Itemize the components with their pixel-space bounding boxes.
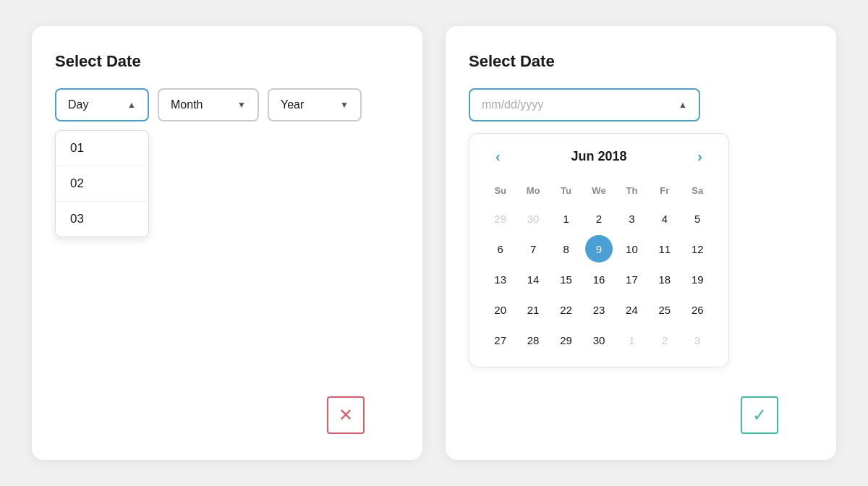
- calendar-date-cell[interactable]: 20: [487, 296, 514, 323]
- year-arrow-icon: ▼: [340, 100, 349, 110]
- calendar-day-header: Th: [616, 181, 648, 203]
- calendar-date-cell[interactable]: 6: [487, 235, 514, 263]
- calendar-date-cell[interactable]: 16: [585, 265, 613, 293]
- month-arrow-icon: ▼: [237, 100, 246, 110]
- calendar-month-year: Jun 2018: [571, 149, 626, 164]
- calendar-date-cell[interactable]: 12: [684, 235, 711, 263]
- month-label: Month: [171, 98, 203, 111]
- calendar-date-cell[interactable]: 10: [618, 235, 645, 263]
- right-panel: Select Date mm/dd/yyyy ▲ ‹ Jun 2018 › Su…: [446, 26, 836, 460]
- calendar-date-cell: 1: [618, 326, 645, 354]
- calendar-date-cell[interactable]: 21: [519, 296, 547, 323]
- calendar-day-header: Mo: [516, 181, 549, 203]
- check-icon: ✓: [752, 405, 767, 425]
- calendar-date-cell[interactable]: 3: [618, 205, 645, 232]
- calendar-header: ‹ Jun 2018 ›: [484, 145, 714, 168]
- check-button[interactable]: ✓: [741, 396, 778, 434]
- calendar-date-cell[interactable]: 13: [487, 265, 514, 293]
- year-selector[interactable]: Year ▼: [268, 88, 362, 122]
- year-label: Year: [281, 98, 304, 111]
- selectors-row: Day ▲ Month ▼ Year ▼: [55, 88, 362, 122]
- left-panel: Select Date Day ▲ Month ▼ Year ▼ 01 02 0…: [32, 26, 422, 460]
- left-panel-title: Select Date: [55, 52, 141, 71]
- list-item[interactable]: 01: [56, 131, 148, 166]
- calendar-date-cell[interactable]: 11: [651, 235, 678, 263]
- calendar-date-cell[interactable]: 4: [651, 205, 678, 232]
- right-panel-title: Select Date: [469, 52, 555, 71]
- calendar-day-header: Fr: [648, 181, 681, 203]
- day-selector[interactable]: Day ▲: [55, 88, 149, 122]
- calendar-date-cell[interactable]: 23: [585, 296, 613, 323]
- calendar-date-cell[interactable]: 5: [684, 205, 711, 232]
- day-dropdown: 01 02 03: [55, 130, 149, 237]
- calendar-date-cell[interactable]: 26: [684, 296, 711, 323]
- calendar-date-cell[interactable]: 1: [553, 205, 580, 232]
- close-icon: ✕: [339, 405, 353, 425]
- calendar-date-cell: 3: [684, 326, 711, 354]
- date-input-row[interactable]: mm/dd/yyyy ▲: [469, 88, 700, 122]
- close-button[interactable]: ✕: [327, 396, 365, 434]
- calendar-date-cell[interactable]: 18: [651, 265, 678, 293]
- calendar-day-header: Tu: [550, 181, 582, 203]
- calendar-date-cell[interactable]: 24: [618, 296, 645, 323]
- calendar: ‹ Jun 2018 › SuMoTuWeThFrSa2930123456789…: [469, 133, 729, 367]
- date-input-placeholder: mm/dd/yyyy: [482, 98, 543, 111]
- day-label: Day: [68, 98, 88, 111]
- calendar-date-cell: 2: [651, 326, 678, 354]
- next-month-button[interactable]: ›: [692, 145, 708, 168]
- calendar-date-cell[interactable]: 14: [519, 265, 547, 293]
- calendar-date-cell[interactable]: 27: [487, 326, 514, 354]
- list-item[interactable]: 03: [56, 202, 148, 236]
- calendar-date-cell[interactable]: 19: [684, 265, 711, 293]
- calendar-date-cell[interactable]: 2: [585, 205, 613, 232]
- calendar-date-cell[interactable]: 28: [519, 326, 547, 354]
- calendar-date-cell: 29: [487, 205, 514, 232]
- calendar-date-cell: 30: [519, 205, 547, 232]
- day-arrow-icon: ▲: [127, 100, 136, 110]
- calendar-date-cell[interactable]: 29: [553, 326, 580, 354]
- calendar-day-header: Sa: [681, 181, 714, 203]
- calendar-date-cell[interactable]: 8: [553, 235, 580, 263]
- prev-month-button[interactable]: ‹: [490, 145, 506, 168]
- month-selector[interactable]: Month ▼: [158, 88, 259, 122]
- calendar-date-cell[interactable]: 7: [519, 235, 547, 263]
- calendar-date-cell[interactable]: 22: [553, 296, 580, 323]
- list-item[interactable]: 02: [56, 166, 148, 202]
- calendar-date-cell[interactable]: 15: [553, 265, 580, 293]
- calendar-day-header: We: [582, 181, 615, 203]
- calendar-day-header: Su: [484, 181, 516, 203]
- date-input-arrow-icon: ▲: [678, 100, 687, 110]
- calendar-date-cell[interactable]: 30: [585, 326, 613, 354]
- calendar-date-cell[interactable]: 17: [618, 265, 645, 293]
- calendar-date-cell[interactable]: 9: [585, 235, 613, 263]
- calendar-grid: SuMoTuWeThFrSa29301234567891011121314151…: [484, 181, 714, 355]
- calendar-date-cell[interactable]: 25: [651, 296, 678, 323]
